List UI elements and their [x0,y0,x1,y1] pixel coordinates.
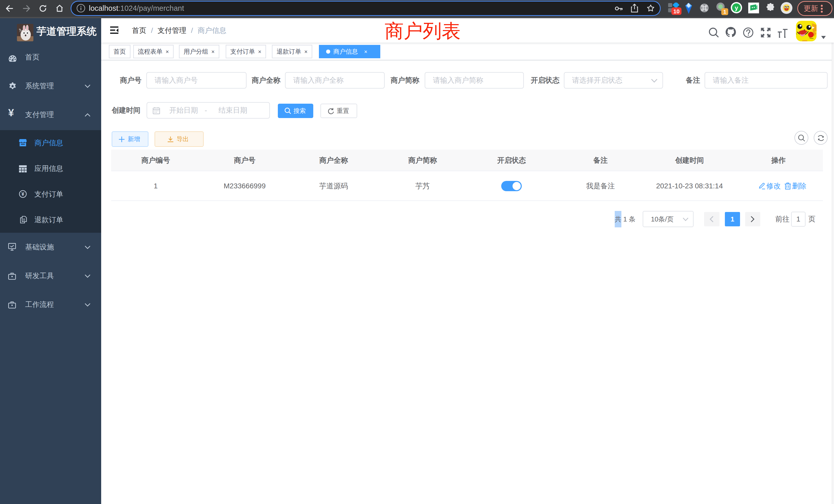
svg-text:1: 1 [723,9,726,15]
svg-text:y: y [734,4,738,11]
svg-text:10: 10 [673,8,679,15]
svg-text:¥: ¥ [22,191,24,197]
